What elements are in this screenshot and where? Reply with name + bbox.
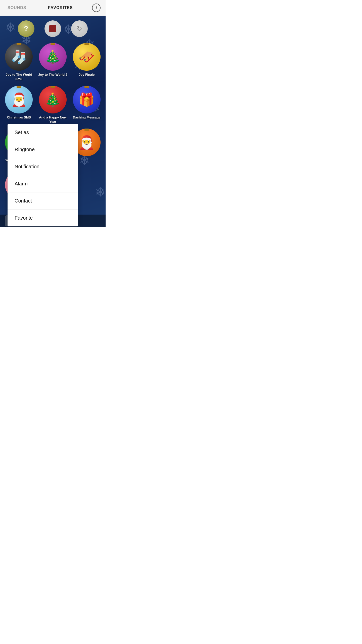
dropdown-alarm[interactable]: Alarm: [8, 175, 78, 192]
help-button[interactable]: ?: [18, 20, 34, 37]
ornament-cap: [84, 129, 89, 131]
top-navigation: SOUNDS FAVORITES i: [0, 0, 106, 16]
repeat-icon: ↻: [77, 25, 82, 33]
dropdown-notification[interactable]: Notification: [8, 158, 78, 175]
dropdown-ringtone[interactable]: Ringtone: [8, 141, 78, 158]
dropdown-set-as-header: Set as: [8, 124, 78, 141]
ornament-cap: [51, 43, 55, 45]
info-button[interactable]: i: [92, 4, 101, 12]
ornament-ball-christmas-sms: 🎅: [5, 86, 33, 113]
playback-controls: ? ↻: [0, 16, 106, 39]
ornament-ball-joy-finale: 🛷: [73, 43, 101, 71]
ornament-cap: [51, 86, 55, 88]
ornament-cap: [84, 86, 89, 88]
ornament-christmas-sms[interactable]: 🎅 Christmas SMS: [3, 84, 35, 126]
ornament-cap: [84, 43, 89, 45]
ornament-joy-world-2[interactable]: 🎄 Joy to The World 2: [36, 42, 69, 83]
ornament-happy-new-year[interactable]: 🎄 And a Happy New Year: [36, 84, 69, 126]
dropdown-favorite[interactable]: Favorite: [8, 210, 78, 226]
ornament-dashing-message[interactable]: 🎁 Dashing Message: [70, 84, 103, 126]
ornament-ball-joy-world-sms: 🧦: [5, 43, 33, 71]
ornament-ball-joy-world-2: 🎄: [39, 43, 67, 71]
set-as-dropdown: Set as Ringtone Notification Alarm Conta…: [8, 124, 78, 226]
tab-sounds[interactable]: SOUNDS: [5, 5, 29, 11]
repeat-button[interactable]: ↻: [71, 20, 88, 37]
ornament-ball-dashing-message: 🎁: [73, 86, 101, 113]
dropdown-contact[interactable]: Contact: [8, 192, 78, 210]
main-background: ❄ ❄ ❄ ❄ ❄ ❄ ❄ ❄ ❄ ❄ ❄ ❄ ❄ ❄ ? ↻ 🧦: [0, 16, 106, 227]
ornament-cap: [17, 43, 21, 45]
ornament-joy-finale[interactable]: 🛷 Joy Finale: [70, 42, 103, 83]
tab-favorites[interactable]: FAVORITES: [46, 5, 75, 11]
ornament-ball-happy-new-year: 🎄: [39, 86, 67, 113]
stop-icon: [49, 25, 56, 32]
ornament-joy-world-sms[interactable]: 🧦 Joy to The World SMS: [3, 42, 35, 83]
stop-button[interactable]: [44, 20, 61, 37]
ornament-cap: [17, 86, 21, 88]
